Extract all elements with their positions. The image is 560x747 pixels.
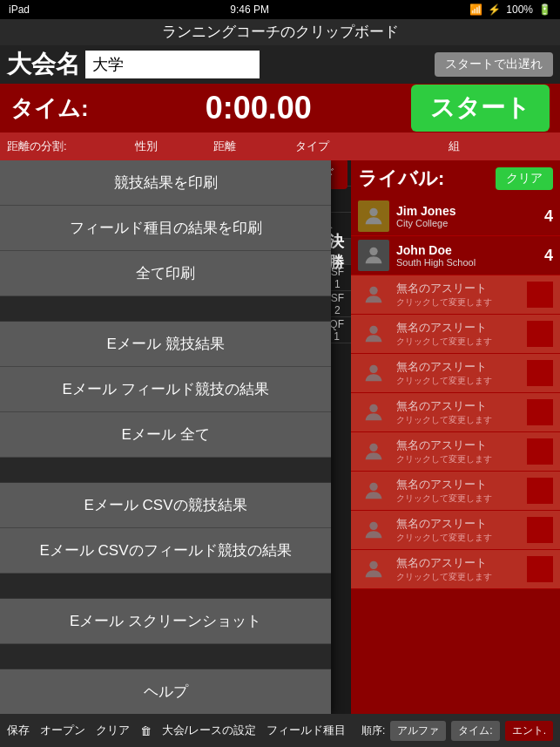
rival-score-empty — [527, 517, 553, 543]
rival-score-empty — [527, 360, 553, 386]
rival-score-empty — [527, 556, 553, 582]
rival-empty-sub: クリックして変更します — [396, 453, 523, 465]
rival-score-empty — [527, 438, 553, 465]
bottom-race-settings[interactable]: 大会/レースの設定 — [162, 723, 256, 738]
rival-item-empty[interactable]: 無名のアスリート クリックして変更します — [351, 275, 560, 315]
rival-score: 4 — [532, 247, 553, 265]
rival-item-empty[interactable]: 無名のアスリート クリックして変更します — [351, 432, 560, 472]
rival-empty-sub: クリックして変更します — [396, 492, 523, 505]
timer-label: タイム: — [10, 93, 89, 124]
app-title: ランニングコーチのクリップボード — [162, 24, 399, 40]
bottom-delete[interactable]: 🗑 — [140, 724, 152, 737]
menu-print-all[interactable]: 全て印刷 — [0, 251, 331, 296]
bottom-save[interactable]: 保存 — [7, 723, 30, 738]
rival-empty-sub: クリックして変更します — [396, 375, 523, 387]
rival-school: South High School — [396, 257, 532, 268]
rivals-clear-button[interactable]: クリア — [496, 167, 553, 190]
rival-empty-name: 無名のアスリート — [396, 477, 523, 492]
rival-avatar — [358, 240, 389, 271]
rival-item[interactable]: Jim Jones City College 4 — [351, 197, 560, 236]
rival-empty-sub: クリックして変更します — [396, 296, 523, 309]
main-area: 大会名 スタートで出遅れ タイム: 0:00.00 スタート 距離の分割: 性別… — [0, 45, 560, 747]
rival-item-empty[interactable]: 無名のアスリート クリックして変更します — [351, 550, 560, 589]
battery-icon: 🔋 — [538, 3, 551, 16]
rival-score-empty — [527, 478, 553, 504]
rival-empty-sub: クリックして変更します — [396, 336, 523, 348]
late-button[interactable]: スタートで出遅れ — [435, 52, 553, 77]
rival-avatar-empty — [358, 475, 389, 506]
rival-score-empty — [527, 321, 553, 347]
rival-avatar-empty — [358, 397, 389, 428]
menu-email-screenshot[interactable]: Eメール スクリーンショット — [0, 599, 331, 644]
svg-point-6 — [369, 444, 377, 452]
svg-point-9 — [369, 561, 377, 569]
table-header: 距離の分割: 性別 距離 タイプ 組 — [0, 132, 560, 160]
menu-print-field[interactable]: フィールド種目の結果を印刷 — [0, 206, 331, 251]
rival-school: City College — [396, 218, 532, 228]
rival-empty-name: 無名のアスリート — [396, 281, 523, 296]
rival-score-empty — [527, 282, 553, 308]
rival-avatar — [358, 200, 389, 232]
menu-gap-4 — [0, 644, 331, 669]
tournament-input[interactable] — [85, 51, 260, 78]
rival-score-empty — [527, 399, 553, 425]
rival-item[interactable]: John Doe South High School 4 — [351, 236, 560, 275]
status-time: 9:46 PM — [230, 3, 269, 16]
rival-name: John Doe — [396, 243, 532, 257]
title-bar: ランニングコーチのクリップボード — [0, 19, 560, 45]
svg-point-0 — [369, 208, 377, 216]
rivals-title: ライバル: — [358, 166, 496, 192]
sort-entry[interactable]: エント. — [505, 721, 553, 741]
menu-email-csv-events[interactable]: Eメール CSVの競技結果 — [0, 483, 331, 528]
status-ipad: iPad — [9, 3, 30, 16]
tournament-row: 大会名 スタートで出遅れ — [0, 45, 560, 84]
rival-avatar-empty — [358, 357, 389, 389]
bottom-clear[interactable]: クリア — [96, 723, 130, 738]
menu-email-events[interactable]: Eメール 競技結果 — [0, 322, 331, 367]
table-area: 4 x 110ヤード 繰り返す 500メートル 休息 600メートル — [0, 160, 351, 714]
svg-point-2 — [369, 287, 377, 295]
menu-email-all[interactable]: Eメール 全て — [0, 412, 331, 458]
rival-empty-name: 無名のアスリート — [396, 398, 523, 414]
svg-point-8 — [369, 522, 377, 530]
rival-item-empty[interactable]: 無名のアスリート クリックして変更します — [351, 511, 560, 550]
rival-item-empty[interactable]: 無名のアスリート クリックして変更します — [351, 315, 560, 354]
header-gender: 性別 — [111, 139, 181, 154]
start-button[interactable]: スタート — [411, 85, 550, 132]
status-bar: iPad 9:46 PM 📶 ⚡ 100% 🔋 — [0, 0, 560, 19]
content-area: 4 x 110ヤード 繰り返す 500メートル 休息 600メートル — [0, 160, 560, 714]
menu-email-csv-field[interactable]: Eメール CSVのフィールド競技の結果 — [0, 528, 331, 574]
rival-item-empty[interactable]: 無名のアスリート クリックして変更します — [351, 472, 560, 511]
menu-email-field[interactable]: Eメール フィールド競技の結果 — [0, 367, 331, 412]
rival-item-empty[interactable]: 無名のアスリート クリックして変更します — [351, 354, 560, 393]
battery-label: 100% — [506, 3, 533, 16]
rival-info-empty: 無名のアスリート クリックして変更します — [396, 359, 523, 387]
svg-point-4 — [369, 365, 377, 373]
rival-info-empty: 無名のアスリート クリックして変更します — [396, 281, 523, 309]
bottom-open[interactable]: オープン — [40, 723, 85, 738]
rival-empty-sub: クリックして変更します — [396, 571, 523, 583]
wifi-icon: 📶 — [469, 3, 482, 16]
svg-point-7 — [369, 483, 377, 491]
rival-empty-name: 無名のアスリート — [396, 359, 523, 375]
rival-info-empty: 無名のアスリート クリックして変更します — [396, 398, 523, 426]
menu-gap-2 — [0, 458, 331, 483]
rival-item-empty[interactable]: 無名のアスリート クリックして変更します — [351, 393, 560, 432]
sort-alpha[interactable]: アルファ — [390, 721, 446, 741]
header-distance-label: 距離の分割: — [7, 139, 111, 154]
header-dist: 距離 — [181, 139, 268, 154]
rival-avatar-empty — [358, 514, 389, 546]
menu-gap-1 — [0, 296, 331, 322]
bottom-field-events[interactable]: フィールド種目 — [267, 723, 346, 738]
rivals-panel: ライバル: クリア Jim Jones City College 4 — [351, 160, 560, 714]
sort-label: 順序: — [361, 723, 385, 738]
menu-help[interactable]: ヘルプ — [0, 669, 331, 714]
bluetooth-icon: ⚡ — [488, 3, 501, 16]
rival-avatar-empty — [358, 318, 389, 350]
rival-empty-sub: クリックして変更します — [396, 414, 523, 426]
rival-empty-name: 無名のアスリート — [396, 555, 523, 571]
sort-time[interactable]: タイム: — [451, 721, 499, 741]
menu-print-events[interactable]: 競技結果を印刷 — [0, 160, 331, 206]
timer-row: タイム: 0:00.00 スタート — [0, 84, 560, 132]
tournament-label: 大会名 — [7, 48, 80, 81]
